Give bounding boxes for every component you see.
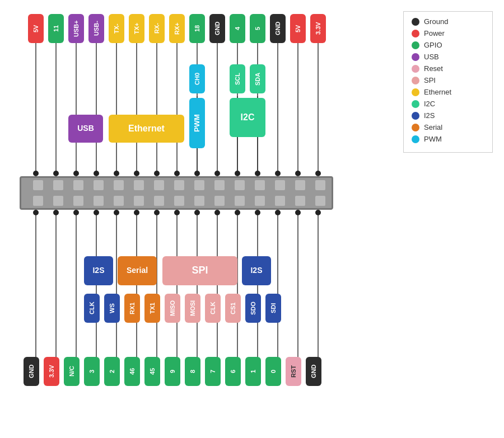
pin-3v3-bot: 3.3V bbox=[44, 357, 59, 386]
pin-46: 46 bbox=[124, 357, 140, 386]
pin-clk-spi: CLK bbox=[205, 294, 221, 323]
svg-point-59 bbox=[255, 210, 260, 215]
legend-item-pwm: PWM bbox=[412, 135, 484, 143]
legend: GroundPowerGPIOUSBResetSPIEthernetI2CI2S… bbox=[403, 11, 493, 153]
block-i2c: I2C bbox=[230, 98, 265, 137]
pin-mosi: MOSI bbox=[185, 294, 200, 323]
svg-point-43 bbox=[235, 171, 240, 176]
svg-point-36 bbox=[94, 171, 99, 176]
pin-tx-minus: TX- bbox=[109, 14, 124, 43]
pin-rx1: RX1 bbox=[124, 294, 140, 323]
pin-6: 6 bbox=[225, 357, 241, 386]
svg-point-37 bbox=[114, 171, 119, 176]
pin-5: 5 bbox=[250, 14, 265, 43]
pin-usb-minus: USB- bbox=[88, 14, 104, 43]
pin-gnd-bot2: GND bbox=[306, 357, 321, 386]
svg-point-61 bbox=[295, 210, 301, 215]
svg-point-56 bbox=[194, 210, 200, 215]
block-usb: USB bbox=[68, 115, 103, 143]
legend-item-gpio: GPIO bbox=[412, 41, 484, 49]
pin-9: 9 bbox=[165, 357, 180, 386]
pin-cs1: CS1 bbox=[225, 294, 241, 323]
chip-body bbox=[20, 176, 333, 210]
pin-tx1: TX1 bbox=[144, 294, 160, 323]
legend-item-ethernet: Ethernet bbox=[412, 88, 484, 96]
block-i2s-right: I2S bbox=[242, 256, 271, 285]
legend-item-i2c: I2C bbox=[412, 100, 484, 108]
svg-point-62 bbox=[315, 210, 321, 215]
pin-5v-top-right: 5V bbox=[290, 14, 306, 43]
svg-point-35 bbox=[73, 171, 79, 176]
diagram: 5V 11 USB+ USB- TX- TX+ RX- RX+ 18 GND 4… bbox=[11, 6, 392, 431]
pin-gnd-top2: GND bbox=[270, 14, 286, 43]
svg-point-49 bbox=[53, 210, 59, 215]
pin-sdo: SDO bbox=[245, 294, 261, 323]
pin-scl: SCL bbox=[230, 64, 245, 93]
pin-5v-top: 5V bbox=[28, 14, 44, 43]
legend-item-i2s: I2S bbox=[412, 111, 484, 120]
pin-1: 1 bbox=[245, 357, 261, 386]
pin-ws: WS bbox=[104, 294, 120, 323]
pin-3v3-top: 3.3V bbox=[310, 14, 326, 43]
legend-item-power: Power bbox=[412, 29, 484, 37]
svg-point-47 bbox=[315, 171, 321, 176]
pin-3: 3 bbox=[84, 357, 100, 386]
svg-point-46 bbox=[295, 171, 301, 176]
svg-point-50 bbox=[73, 210, 79, 215]
pin-4: 4 bbox=[230, 14, 245, 43]
legend-item-ground: Ground bbox=[412, 17, 484, 26]
pin-0: 0 bbox=[265, 357, 281, 386]
svg-point-57 bbox=[214, 210, 220, 215]
legend-item-serial: Serial bbox=[412, 123, 484, 131]
pin-rst: RST bbox=[286, 357, 301, 386]
pin-sda: SDA bbox=[250, 64, 265, 93]
svg-point-55 bbox=[174, 210, 180, 215]
pin-gnd-bot1: GND bbox=[24, 357, 39, 386]
svg-point-42 bbox=[214, 171, 220, 176]
pin-gnd-top1: GND bbox=[209, 14, 225, 43]
pin-rx-minus: RX- bbox=[149, 14, 165, 43]
block-spi: SPI bbox=[162, 256, 237, 285]
svg-point-48 bbox=[33, 210, 39, 215]
pin-7: 7 bbox=[205, 357, 221, 386]
svg-point-54 bbox=[154, 210, 160, 215]
pin-clk-i2s: CLK bbox=[84, 294, 100, 323]
svg-point-33 bbox=[33, 171, 39, 176]
svg-point-51 bbox=[94, 210, 99, 215]
pin-tx-plus: TX+ bbox=[129, 14, 144, 43]
pin-usb-plus: USB+ bbox=[68, 14, 84, 43]
pin-miso: MISO bbox=[165, 294, 180, 323]
pin-45: 45 bbox=[144, 357, 160, 386]
pin-11: 11 bbox=[48, 14, 64, 43]
svg-point-40 bbox=[174, 171, 180, 176]
legend-item-spi: SPI bbox=[412, 76, 484, 84]
legend-item-reset: Reset bbox=[412, 64, 484, 73]
pin-2: 2 bbox=[104, 357, 120, 386]
svg-point-45 bbox=[275, 171, 281, 176]
pin-8: 8 bbox=[185, 357, 200, 386]
block-pwm: PWM bbox=[189, 98, 205, 148]
svg-point-38 bbox=[134, 171, 139, 176]
svg-point-60 bbox=[275, 210, 281, 215]
svg-point-39 bbox=[154, 171, 160, 176]
block-i2s-left: I2S bbox=[84, 256, 113, 285]
legend-item-usb: USB bbox=[412, 53, 484, 61]
svg-point-44 bbox=[255, 171, 260, 176]
svg-point-53 bbox=[134, 210, 139, 215]
svg-point-52 bbox=[114, 210, 119, 215]
pin-rx-plus: RX+ bbox=[169, 14, 185, 43]
pin-18: 18 bbox=[189, 14, 205, 43]
block-serial: Serial bbox=[118, 256, 157, 285]
svg-point-58 bbox=[235, 210, 240, 215]
svg-point-34 bbox=[53, 171, 59, 176]
pin-sdi: SDI bbox=[265, 294, 281, 323]
pin-ch0: CH0 bbox=[189, 64, 205, 93]
svg-point-41 bbox=[194, 171, 200, 176]
block-ethernet: Ethernet bbox=[109, 115, 184, 143]
pin-nc: N/C bbox=[64, 357, 80, 386]
